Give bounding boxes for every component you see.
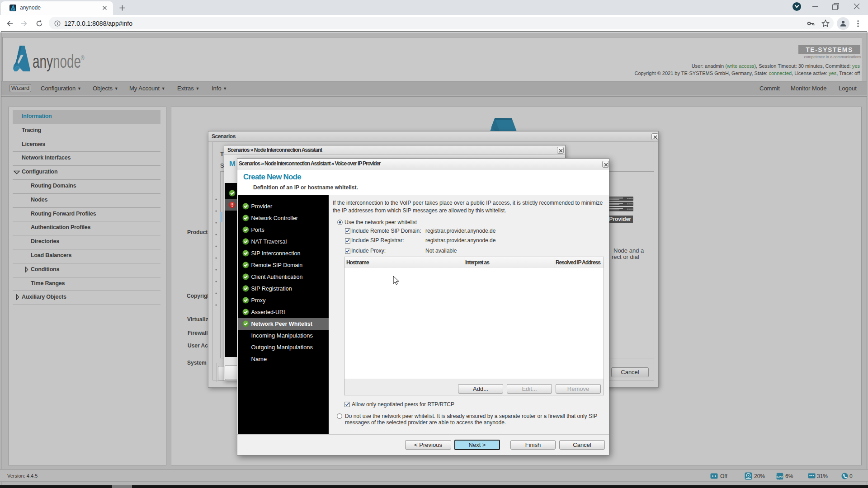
svg-text:CPU: CPU — [777, 475, 783, 478]
